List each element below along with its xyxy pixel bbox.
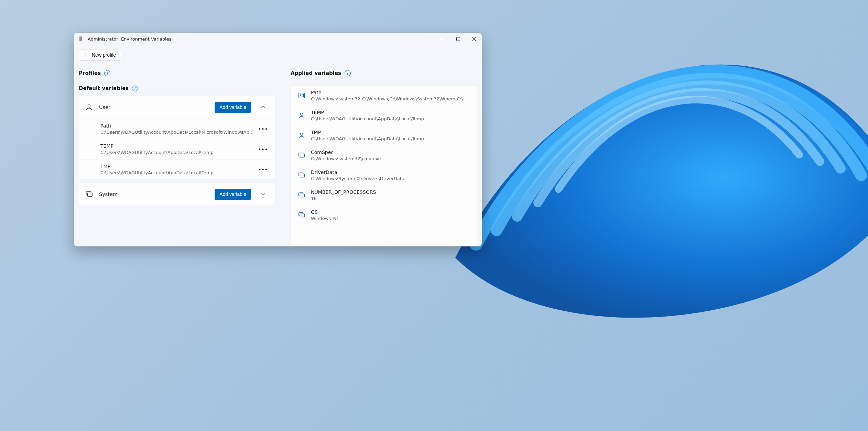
applied-variable-row[interactable]: TMPC:\Users\WDAGUtilityAccount\AppData\L…	[291, 125, 477, 145]
variable-value: C:\Windows\system32\cmd.exe	[311, 156, 470, 161]
environment-variables-window: Administrator: Environment Variables ＋ N…	[74, 33, 482, 246]
more-options-icon[interactable]: •••	[257, 143, 269, 155]
svg-rect-6	[302, 94, 304, 97]
chevron-up-icon[interactable]	[257, 101, 269, 113]
variable-value: C:\Users\WDAGUtilityAccount\AppData\Loca…	[100, 170, 254, 175]
applied-variable-row[interactable]: ComSpecC:\Windows\system32\cmd.exe	[291, 145, 477, 165]
variable-row[interactable]: TMPC:\Users\WDAGUtilityAccount\AppData\L…	[79, 159, 275, 179]
minimize-button[interactable]	[434, 33, 450, 45]
variable-name: NUMBER_OF_PROCESSORS	[311, 189, 470, 195]
variable-name: TEMP	[311, 110, 470, 115]
variable-name: OS	[311, 209, 470, 215]
applied-variables-heading: Applied variables i	[291, 70, 477, 76]
variable-value: C:\Windows\System32\Drivers\DriverData	[311, 176, 470, 181]
variable-name: TEMP	[100, 143, 254, 149]
variable-text: TEMPC:\Users\WDAGUtilityAccount\AppData\…	[100, 143, 257, 155]
applied-variable-row[interactable]: TEMPC:\Users\WDAGUtilityAccount\AppData\…	[291, 106, 477, 125]
window-title: Administrator: Environment Variables	[88, 36, 171, 42]
variable-text: TEMPC:\Users\WDAGUtilityAccount\AppData\…	[311, 110, 470, 121]
variable-value: C:\Users\WDAGUtilityAccount\AppData\Loca…	[100, 130, 254, 135]
variable-text: NUMBER_OF_PROCESSORS16	[311, 189, 470, 201]
variable-name: Path	[100, 123, 254, 129]
applied-variable-row[interactable]: OSWindows_NT	[291, 205, 477, 225]
user-scope-icon	[298, 112, 305, 119]
svg-rect-0	[441, 39, 444, 39]
variable-value: C:\Users\WDAGUtilityAccount\AppData\Loca…	[311, 116, 470, 121]
info-icon[interactable]: i	[132, 86, 138, 91]
default-variables-heading: Default variables i	[79, 85, 275, 91]
new-profile-label: New profile	[92, 52, 116, 58]
add-variable-system-button[interactable]: Add variable	[215, 189, 251, 200]
more-options-icon[interactable]: •••	[257, 164, 269, 175]
profiles-column: Profiles i Default variables i User	[74, 60, 283, 246]
variable-value: Windows_NT	[311, 216, 470, 221]
user-variables-card: User Add variable PathC:\Users\WDAGUtili…	[79, 96, 275, 180]
variable-text: TMPC:\Users\WDAGUtilityAccount\AppData\L…	[311, 130, 470, 141]
profiles-heading: Profiles i	[79, 70, 275, 76]
svg-point-2	[88, 105, 90, 107]
new-profile-button[interactable]: ＋ New profile	[79, 49, 121, 60]
titlebar[interactable]: Administrator: Environment Variables	[74, 33, 482, 45]
variable-value: C:\Users\WDAGUtilityAccount\AppData\Loca…	[311, 136, 470, 141]
system-scope-icon	[298, 191, 305, 199]
system-card-header[interactable]: System Add variable	[79, 183, 275, 206]
variable-name: DriverData	[311, 169, 470, 175]
applied-variable-row[interactable]: PathC:\Windows\system32;C:\Windows;C:\Wi…	[291, 86, 477, 106]
user-icon	[85, 103, 93, 111]
user-scope-icon	[298, 132, 305, 139]
svg-point-7	[300, 113, 303, 115]
svg-rect-4	[87, 193, 92, 196]
variable-text: OSWindows_NT	[311, 209, 470, 221]
close-button[interactable]	[466, 33, 482, 45]
info-icon[interactable]: i	[104, 70, 110, 76]
more-options-icon[interactable]: •••	[257, 123, 269, 135]
applied-variable-row[interactable]: DriverDataC:\Windows\System32\Drivers\Dr…	[291, 165, 477, 185]
variable-row[interactable]: PathC:\Users\WDAGUtilityAccount\AppData\…	[79, 119, 275, 139]
svg-rect-14	[300, 194, 304, 197]
variable-row[interactable]: TEMPC:\Users\WDAGUtilityAccount\AppData\…	[79, 139, 275, 159]
system-scope-icon	[298, 211, 305, 219]
svg-rect-1	[456, 37, 460, 41]
variable-text: ComSpecC:\Windows\system32\cmd.exe	[311, 150, 470, 161]
variable-name: ComSpec	[311, 150, 470, 155]
window-controls	[434, 33, 482, 45]
system-variables-card: System Add variable	[79, 183, 275, 206]
toolbar: ＋ New profile	[74, 45, 482, 60]
system-icon	[85, 190, 93, 198]
user-card-header[interactable]: User Add variable	[79, 96, 275, 119]
info-icon[interactable]: i	[345, 70, 351, 76]
applied-variables-column: Applied variables i PathC:\Windows\syste…	[283, 60, 482, 246]
applied-variables-list: PathC:\Windows\system32;C:\Windows;C:\Wi…	[291, 85, 477, 246]
variable-name: TMP	[100, 164, 254, 169]
system-scope-icon	[298, 172, 305, 179]
variable-text: TMPC:\Users\WDAGUtilityAccount\AppData\L…	[100, 164, 257, 175]
variable-value: C:\Windows\system32;C:\Windows;C:\Window…	[311, 96, 470, 101]
user-label: User	[99, 104, 110, 110]
chevron-down-icon[interactable]	[257, 188, 269, 200]
svg-rect-16	[300, 214, 304, 217]
svg-rect-10	[300, 154, 304, 157]
system-label: System	[99, 191, 118, 197]
svg-point-8	[300, 133, 303, 135]
system-scope-icon	[298, 152, 305, 159]
variable-name: TMP	[311, 130, 470, 135]
plus-icon: ＋	[83, 52, 89, 58]
maximize-button[interactable]	[450, 33, 466, 45]
variable-name: Path	[311, 90, 470, 95]
variable-value: 16	[311, 196, 470, 201]
app-icon	[77, 35, 84, 42]
variable-text: PathC:\Windows\system32;C:\Windows;C:\Wi…	[311, 90, 470, 101]
app-scope-icon	[298, 92, 305, 99]
add-variable-user-button[interactable]: Add variable	[215, 102, 251, 113]
variable-text: PathC:\Users\WDAGUtilityAccount\AppData\…	[100, 123, 257, 135]
applied-variable-row[interactable]: NUMBER_OF_PROCESSORS16	[291, 185, 477, 205]
svg-rect-12	[300, 174, 304, 177]
variable-value: C:\Users\WDAGUtilityAccount\AppData\Loca…	[100, 150, 254, 155]
variable-text: DriverDataC:\Windows\System32\Drivers\Dr…	[311, 169, 470, 181]
